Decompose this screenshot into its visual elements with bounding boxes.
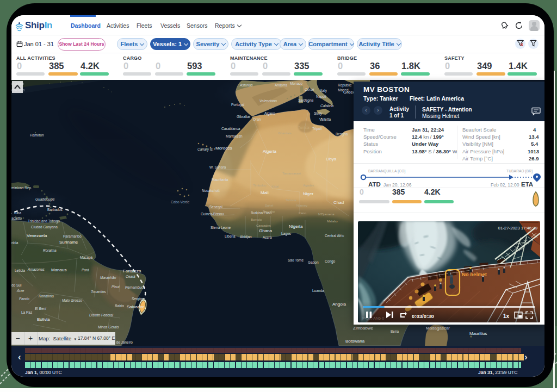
svg-text:Kidal: Kidal <box>271 185 278 188</box>
svg-text:Manaus: Manaus <box>51 267 66 272</box>
svg-text:Calabria: Calabria <box>320 104 334 108</box>
svg-text:Bamako: Bamako <box>263 210 275 213</box>
svg-text:Algeria: Algeria <box>263 149 276 154</box>
svg-text:Bengha: Bengha <box>336 132 348 136</box>
svg-text:Algiers: Algiers <box>264 111 276 116</box>
svg-text:Tamanrasset: Tamanrasset <box>282 172 301 175</box>
svg-text:Lagos: Lagos <box>281 232 291 236</box>
svg-text:Corse: Corse <box>305 88 314 91</box>
svg-text:Casablanca: Casablanca <box>221 127 240 130</box>
svg-text:Leticia: Leticia <box>15 269 25 272</box>
svg-text:N'Djamena: N'Djamena <box>318 213 335 216</box>
svg-text:Sardegna: Sardegna <box>298 98 314 103</box>
svg-text:Rondônia: Rondônia <box>39 294 54 298</box>
svg-text:P4XK-AN6-0: P4XK-AN6-0 <box>362 316 384 320</box>
svg-text:Paramaribo: Paramaribo <box>63 234 82 238</box>
svg-text:Valenciana: Valenciana <box>259 99 277 103</box>
svg-text:Beira: Beira <box>391 329 399 333</box>
svg-text:Madagascar: Madagascar <box>426 326 450 331</box>
svg-text:No helmet: No helmet <box>462 271 487 277</box>
svg-text:Cabo Verde: Cabo Verde <box>171 200 190 204</box>
svg-text:Gabon: Gabon <box>308 260 319 264</box>
svg-text:Mauritania: Mauritania <box>212 178 228 182</box>
svg-text:nbia: nbia <box>11 241 18 245</box>
svg-text:Valletta: Valletta <box>319 117 331 121</box>
svg-text:Ciudad Guayana: Ciudad Guayana <box>31 225 58 229</box>
svg-text:Accra: Accra <box>263 235 272 239</box>
svg-text:Salvador: Salvador <box>127 304 144 309</box>
svg-text:Ghardaia: Ghardaia <box>278 132 292 135</box>
svg-text:Sierra Leone: Sierra Leone <box>211 226 231 229</box>
svg-text:Mauritius: Mauritius <box>469 331 487 336</box>
svg-text:do Sul: do Sul <box>11 283 22 287</box>
svg-text:Congo: Congo <box>325 259 336 264</box>
svg-text:ruba: ruba <box>14 211 21 215</box>
svg-text:Sicily: Sicily <box>314 111 323 116</box>
svg-text:Bomolo: Bomolo <box>251 218 262 221</box>
svg-text:0:03/0:30: 0:03/0:30 <box>412 313 434 319</box>
svg-text:Macapá: Macapá <box>80 256 93 260</box>
svg-text:Acre: Acre <box>16 289 24 293</box>
svg-text:Minas Gerais: Minas Gerais <box>98 325 119 329</box>
svg-text:Monaco: Monaco <box>290 82 303 85</box>
svg-text:Oran: Oran <box>253 117 261 121</box>
svg-text:Ceará: Ceará <box>126 275 135 278</box>
svg-text:Malabo: Malabo <box>327 220 338 223</box>
svg-text:Amazonas: Amazonas <box>27 267 45 271</box>
svg-text:El Beni: El Beni <box>35 307 46 310</box>
svg-text:Sergipe: Sergipe <box>132 297 144 301</box>
svg-text:Portugal: Portugal <box>231 103 245 107</box>
svg-text:Piauí: Piauí <box>112 285 120 289</box>
svg-text:Libya: Libya <box>326 157 337 161</box>
svg-text:1x: 1x <box>503 313 510 319</box>
svg-text:acaibo: acaibo <box>11 216 22 220</box>
svg-text:Marrakesh: Marrakesh <box>226 134 243 138</box>
svg-text:Italy: Italy <box>320 89 327 93</box>
svg-text:Botswana: Botswana <box>345 339 365 344</box>
svg-text:Venezuela: Venezuela <box>27 233 47 238</box>
svg-text:Distrito Federal: Distrito Federal <box>89 313 114 317</box>
svg-text:Angola: Angola <box>332 302 346 307</box>
svg-text:Niger: Niger <box>303 191 313 196</box>
svg-text:Guinea-Bissau: Guinea-Bissau <box>201 212 224 216</box>
svg-text:Maced: Maced <box>338 88 349 92</box>
svg-text:Cascades: Cascades <box>256 224 271 227</box>
svg-text:Andorra: Andorra <box>275 83 288 87</box>
svg-text:Napoli: Napoli <box>316 95 326 99</box>
svg-text:Agadez: Agadez <box>303 184 314 187</box>
svg-text:Canary Is.: Canary Is. <box>197 147 214 152</box>
svg-text:Pernambuco: Pernambuco <box>125 285 145 289</box>
svg-text:Chad: Chad <box>333 200 344 205</box>
svg-text:Zimbabwe: Zimbabwe <box>353 326 373 331</box>
svg-text:Mato Grosso: Mato Grosso <box>62 298 83 302</box>
svg-text:Pando: Pando <box>19 297 29 301</box>
svg-text:Sahel: Sahel <box>265 204 273 207</box>
svg-text:Nigeria: Nigeria <box>289 224 303 229</box>
svg-text:Tahoua: Tahoua <box>286 198 296 202</box>
svg-text:Kano: Kano <box>299 211 307 215</box>
svg-text:São Tomé: São Tomé <box>288 258 304 262</box>
svg-text:Barbados: Barbados <box>47 208 63 211</box>
svg-text:La Paz: La Paz <box>21 310 32 314</box>
svg-text:Republic: Republic <box>338 83 352 88</box>
svg-text:Tripoli: Tripoli <box>312 127 321 131</box>
svg-text:Bolivia: Bolivia <box>37 317 50 322</box>
svg-text:W. Sahara: W. Sahara <box>209 165 226 169</box>
svg-text:Timbuktu: Timbuktu <box>253 184 266 187</box>
svg-text:Tocantins: Tocantins <box>91 290 106 294</box>
svg-text:Mali: Mali <box>261 190 269 195</box>
svg-text:Niamey: Niamey <box>296 204 307 207</box>
svg-text:Morocco: Morocco <box>215 146 232 151</box>
svg-text:Asturias: Asturias <box>239 83 253 87</box>
svg-text:Roraima: Roraima <box>43 248 57 252</box>
svg-text:Guadeloupe: Guadeloupe <box>35 197 55 202</box>
svg-text:Abidjan: Abidjan <box>240 235 252 239</box>
svg-text:01-27-2023 17:46:29: 01-27-2023 17:46:29 <box>498 226 537 231</box>
svg-text:Ghana: Ghana <box>259 228 273 233</box>
svg-text:Hamilton: Hamilton <box>30 133 44 137</box>
svg-text:Central Afric: Central Afric <box>325 234 344 238</box>
svg-text:minican Rep.: minican Rep. <box>11 186 32 190</box>
svg-text:Maranhão: Maranhão <box>100 276 116 279</box>
svg-text:Gibraltar: Gibraltar <box>237 115 251 119</box>
svg-text:Bahia: Bahia <box>115 304 124 308</box>
